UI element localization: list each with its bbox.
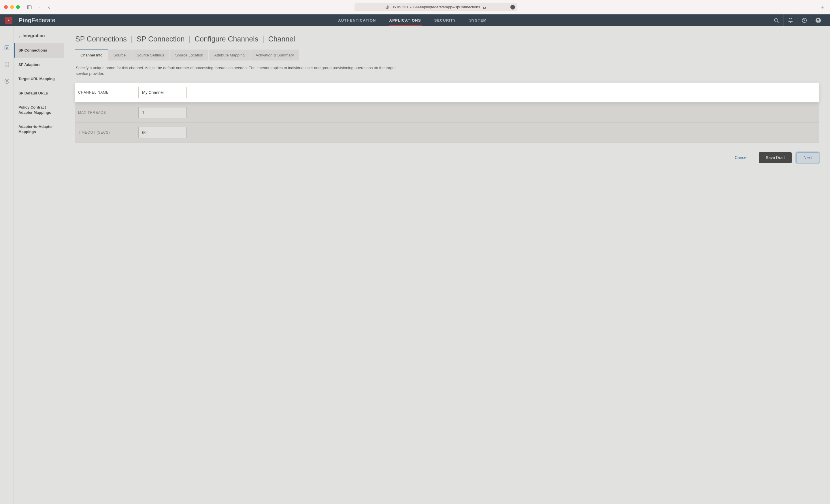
rail-oauth-icon[interactable]	[4, 61, 10, 68]
brand-logo[interactable]: P	[5, 17, 12, 24]
wizard-footer: Cancel Save Draft Next	[75, 153, 819, 172]
save-draft-button[interactable]: Save Draft	[759, 153, 792, 163]
minimize-window-button[interactable]	[10, 5, 14, 9]
sidebar-item-sp-connections[interactable]: SP Connections	[14, 43, 64, 58]
help-icon[interactable]	[797, 14, 811, 26]
sidebar-item-policy-contract-adapter-mappings[interactable]: Policy Contract Adapter Mappings	[14, 100, 64, 120]
nav-security[interactable]: SECURITY	[434, 15, 456, 26]
input-channel-name[interactable]	[138, 87, 187, 98]
breadcrumb-segment[interactable]: SP Connection	[137, 35, 185, 43]
tab-channel-info[interactable]: Channel Info	[75, 49, 108, 61]
search-icon[interactable]	[769, 14, 783, 26]
tab-source-location[interactable]: Source Location	[170, 49, 209, 61]
globe-icon	[385, 5, 389, 9]
sidebar-item-adapter-to-adapter-mappings[interactable]: Adapter-to-Adapter Mappings	[14, 120, 64, 139]
tab-source-settings[interactable]: Source Settings	[131, 49, 169, 61]
label-timeout: TIMEOUT (SECS)	[77, 131, 138, 134]
nav-applications[interactable]: APPLICATIONS	[389, 15, 422, 26]
sidebar-toggle-icon[interactable]	[26, 4, 33, 10]
back-button-icon[interactable]	[46, 4, 52, 10]
left-icon-rail	[0, 26, 14, 504]
chevron-left-icon	[18, 34, 21, 37]
page-settings-icon[interactable]: ⋯	[510, 5, 515, 9]
svg-point-6	[774, 19, 778, 22]
sidebar: Integration SP Connections SP Adapters T…	[14, 26, 64, 504]
address-bar[interactable]: 35.85.231.78:9999/pingfederate/app#/spCo…	[354, 3, 517, 11]
browser-chrome-bar: 35.85.231.78:9999/pingfederate/app#/spCo…	[0, 0, 830, 14]
tab-group-dropdown-icon[interactable]	[36, 4, 42, 10]
rail-token-icon[interactable]	[4, 78, 10, 85]
svg-line-7	[777, 21, 779, 23]
main-content: SP Connections| SP Connection| Configure…	[64, 26, 830, 504]
tab-activation-summary[interactable]: Activation & Summary	[250, 49, 299, 61]
svg-rect-3	[483, 7, 485, 8]
svg-point-15	[6, 65, 7, 66]
sidebar-heading[interactable]: Integration	[14, 33, 64, 43]
next-button[interactable]: Next	[796, 153, 819, 163]
sidebar-item-sp-default-urls[interactable]: SP Default URLs	[14, 86, 64, 101]
label-max-threads: MAX THREADS	[77, 110, 138, 114]
breadcrumb-segment[interactable]: Configure Channels	[195, 35, 258, 43]
svg-point-16	[6, 80, 7, 82]
address-bar-text: 35.85.231.78:9999/pingfederate/app#/spCo…	[392, 5, 480, 9]
primary-nav: AUTHENTICATION APPLICATIONS SECURITY SYS…	[338, 15, 487, 26]
svg-rect-0	[27, 5, 31, 9]
row-max-threads: MAX THREADS	[75, 103, 819, 123]
row-timeout: TIMEOUT (SECS)	[75, 123, 819, 142]
rail-integration-icon[interactable]	[4, 45, 10, 51]
notifications-icon[interactable]	[783, 14, 797, 26]
tab-source[interactable]: Source	[108, 49, 131, 61]
close-window-button[interactable]	[4, 5, 8, 9]
sidebar-item-target-url-mapping[interactable]: Target URL Mapping	[14, 72, 64, 86]
account-avatar-icon[interactable]	[811, 14, 825, 26]
brand-name: PingFederate	[19, 17, 55, 24]
svg-rect-12	[5, 46, 9, 50]
header-actions	[769, 14, 825, 26]
form: CHANNEL NAME MAX THREADS TIMEOUT (SECS)	[75, 82, 819, 142]
cancel-button[interactable]: Cancel	[728, 153, 754, 163]
window-controls	[4, 5, 20, 9]
label-channel-name: CHANNEL NAME	[77, 91, 138, 95]
input-max-threads[interactable]	[138, 107, 187, 118]
new-tab-button-icon[interactable]	[820, 4, 826, 10]
input-timeout[interactable]	[138, 127, 187, 138]
row-channel-name: CHANNEL NAME	[75, 82, 819, 102]
breadcrumb-segment[interactable]: SP Connections	[75, 35, 127, 43]
tab-attribute-mapping[interactable]: Attribute Mapping	[209, 49, 250, 61]
svg-point-11	[817, 19, 819, 21]
sidebar-item-sp-adapters[interactable]: SP Adapters	[14, 58, 64, 72]
nav-authentication[interactable]: AUTHENTICATION	[338, 15, 376, 26]
tab-description: Specify a unique name for this channel. …	[76, 65, 398, 77]
breadcrumb: SP Connections| SP Connection| Configure…	[75, 35, 819, 43]
lock-icon	[482, 5, 486, 9]
wizard-tabs: Channel Info Source Source Settings Sour…	[75, 49, 819, 61]
nav-system[interactable]: SYSTEM	[469, 15, 487, 26]
app-header: P PingFederate AUTHENTICATION APPLICATIO…	[0, 14, 830, 26]
zoom-window-button[interactable]	[16, 5, 20, 9]
breadcrumb-segment: Channel	[268, 35, 295, 43]
